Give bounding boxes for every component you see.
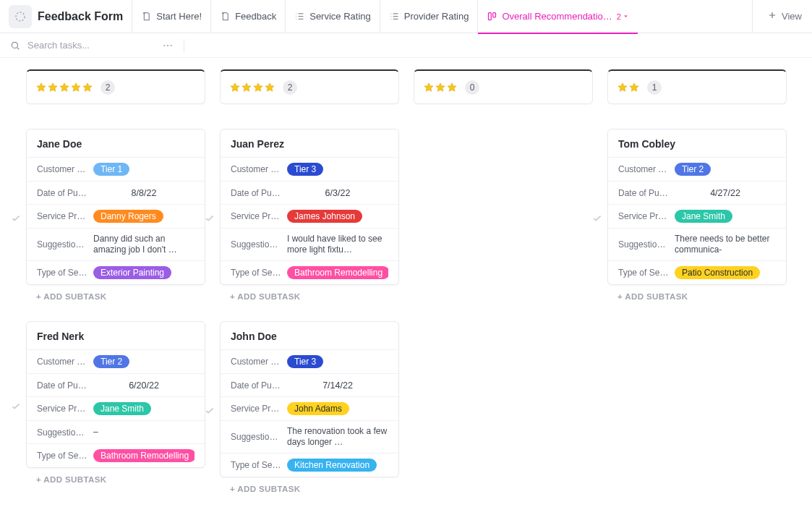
tab-count: 2 (617, 12, 629, 21)
provider-badge: Danny Rogers (93, 210, 163, 223)
add-view-button[interactable]: View (763, 10, 806, 22)
tier-badge: Tier 2 (93, 355, 129, 368)
task-card[interactable]: Juan PerezCustomer T…Tier 3Date of Pur…6… (220, 129, 399, 285)
field-label: Service Pro… (37, 211, 87, 221)
board-columns: 2Jane DoeCustomer T…Tier 1Date of Pur…8/… (26, 69, 812, 501)
field-value: Danny Rogers (93, 210, 195, 223)
search-input[interactable] (26, 39, 178, 51)
field-value: 4/27/22 (675, 188, 776, 198)
tab-start-here[interactable]: Start Here! (132, 0, 210, 33)
add-subtask-button[interactable]: + ADD SUBTASK (26, 285, 205, 308)
field-provider: Service Pro…John Adams (221, 396, 398, 420)
star-icon (628, 82, 640, 93)
list-icon (294, 11, 305, 22)
field-tier: Customer T…Tier 2 (608, 157, 786, 181)
star-icon (59, 82, 70, 93)
field-value: 6/20/22 (93, 380, 195, 391)
star-icon (617, 82, 628, 93)
field-value: 8/8/22 (93, 188, 195, 198)
column-header[interactable]: 0 (414, 69, 593, 104)
task-checkbox[interactable] (204, 321, 217, 501)
svg-point-2 (222, 12, 224, 14)
field-value: – (93, 427, 195, 438)
field-label: Date of Pur… (37, 188, 87, 198)
add-subtask-button[interactable]: + ADD SUBTASK (26, 468, 205, 491)
task-checkbox[interactable] (10, 321, 23, 491)
svg-point-6 (163, 44, 165, 46)
provider-badge: John Adams (287, 402, 349, 415)
svg-rect-4 (493, 13, 496, 17)
card-wrap: Juan PerezCustomer T…Tier 3Date of Pur…6… (220, 129, 399, 308)
task-checkbox[interactable] (204, 129, 217, 308)
svg-point-1 (143, 12, 145, 14)
search-bar (0, 33, 812, 58)
card-wrap: Tom CobleyCustomer T…Tier 2Date of Pur…4… (607, 129, 787, 308)
tab-service-rating[interactable]: Service Rating (285, 0, 380, 33)
tier-badge: Tier 2 (675, 163, 711, 176)
add-subtask-button[interactable]: + ADD SUBTASK (607, 285, 787, 308)
task-card[interactable]: Tom CobleyCustomer T…Tier 2Date of Pur…4… (607, 129, 787, 285)
field-value: Tier 1 (93, 163, 195, 176)
column-header[interactable]: 2 (26, 69, 205, 104)
provider-badge: James Johnson (287, 210, 362, 223)
task-checkbox[interactable] (591, 129, 604, 308)
rating-stars (35, 82, 93, 93)
star-icon (229, 82, 241, 93)
field-tier: Customer T…Tier 3 (221, 157, 398, 181)
task-card[interactable]: John DoeCustomer T…Tier 3Date of Pur…7/1… (220, 321, 399, 477)
svg-point-5 (12, 42, 17, 48)
field-date: Date of Pur…8/8/22 (27, 181, 205, 204)
task-checkbox[interactable] (10, 129, 23, 308)
service-badge: Patio Construction (675, 266, 760, 279)
field-value: Tier 2 (93, 355, 195, 368)
provider-badge: Jane Smith (93, 402, 151, 415)
tab-overall-recommendation-rating[interactable]: Overall Recommendatio…2 (477, 0, 638, 33)
provider-badge: Jane Smith (675, 210, 732, 223)
star-icon (264, 82, 275, 93)
card-wrap: John DoeCustomer T…Tier 3Date of Pur…7/1… (220, 321, 399, 501)
field-label: Type of Ser… (231, 460, 281, 470)
svg-point-8 (171, 44, 172, 46)
divider (184, 39, 184, 52)
field-value: There needs to be better communica- (675, 234, 776, 255)
tab-feedback[interactable]: Feedback (210, 0, 285, 33)
field-suggestions: Suggestion…I would have liked to see mor… (221, 228, 398, 260)
add-subtask-button[interactable]: + ADD SUBTASK (220, 285, 399, 308)
field-label: Type of Ser… (37, 268, 87, 278)
field-suggestions: Suggestion…There needs to be better comm… (608, 228, 786, 260)
tab-label: Service Rating (309, 11, 371, 22)
star-icon (47, 82, 59, 93)
workspace-icon (9, 5, 32, 28)
topbar-right: View (752, 0, 806, 33)
field-label: Type of Ser… (231, 268, 281, 278)
view-tabs: Start Here!FeedbackService RatingProvide… (132, 0, 638, 33)
field-service: Type of Ser…Bathroom Remodelling (27, 443, 205, 467)
tab-label: Overall Recommendatio… (502, 11, 612, 22)
task-card[interactable]: Fred NerkCustomer T…Tier 2Date of Pur…6/… (26, 321, 205, 468)
field-value: Jane Smith (675, 210, 776, 223)
field-label: Service Pro… (37, 404, 87, 414)
star-icon (423, 82, 435, 93)
column-2-stars: 1Tom CobleyCustomer T…Tier 2Date of Pur…… (607, 69, 787, 308)
field-date: Date of Pur…4/27/22 (608, 181, 786, 204)
field-label: Date of Pur… (231, 380, 281, 391)
more-icon[interactable] (162, 40, 174, 51)
add-subtask-button[interactable]: + ADD SUBTASK (220, 477, 399, 501)
field-value: Tier 3 (287, 355, 388, 368)
field-tier: Customer T…Tier 1 (27, 157, 205, 181)
tab-label: Feedback (235, 11, 276, 22)
task-card[interactable]: Jane DoeCustomer T…Tier 1Date of Pur…8/8… (26, 129, 205, 285)
column-header[interactable]: 1 (607, 69, 787, 104)
svg-point-7 (167, 44, 168, 46)
board: 2Jane DoeCustomer T…Tier 1Date of Pur…8/… (0, 58, 812, 528)
field-suggestions: Suggestion…– (27, 420, 205, 443)
field-provider: Service Pro…Jane Smith (27, 396, 205, 420)
field-value: Exterior Painting (93, 266, 195, 279)
column-header[interactable]: 2 (220, 69, 399, 104)
tier-badge: Tier 1 (93, 163, 129, 176)
tab-provider-rating[interactable]: Provider Rating (380, 0, 478, 33)
task-title: Jane Doe (27, 129, 205, 157)
task-title: Juan Perez (221, 129, 398, 157)
task-title: John Doe (221, 322, 398, 349)
rating-stars (423, 82, 458, 93)
